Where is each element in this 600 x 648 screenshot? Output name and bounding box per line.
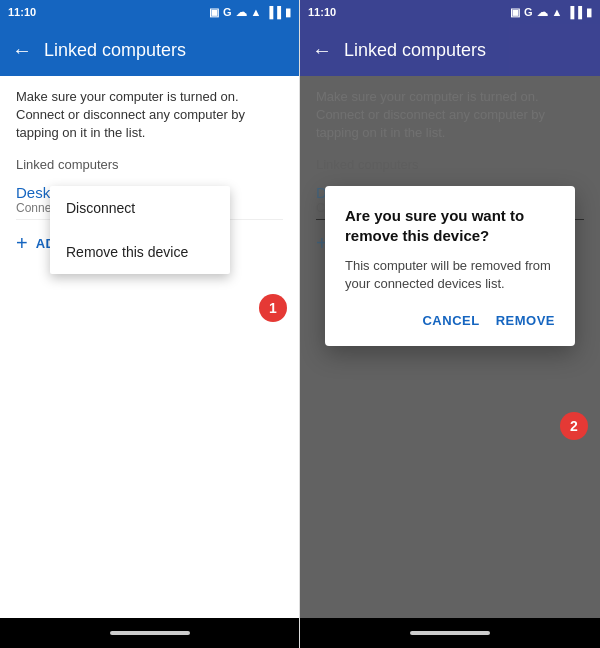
left-nav-bar — [0, 618, 299, 648]
left-app-bar: ← Linked computers — [0, 24, 299, 76]
g-icon: G — [223, 6, 232, 18]
right-cloud-icon: ☁ — [537, 6, 548, 19]
dialog-title: Are you sure you want to remove this dev… — [345, 206, 555, 247]
right-tablet-icon: ▣ — [510, 6, 520, 19]
left-content: Make sure your computer is turned on. Co… — [0, 76, 299, 618]
right-battery-icon: ▮ — [586, 6, 592, 19]
right-status-bar: 11:10 ▣ G ☁ ▲ ▐▐ ▮ — [300, 0, 600, 24]
step-badge-1: 1 — [259, 294, 287, 322]
right-screen: 11:10 ▣ G ☁ ▲ ▐▐ ▮ ← Linked computers Ma… — [300, 0, 600, 648]
cancel-button[interactable]: CANCEL — [422, 309, 479, 332]
right-time: 11:10 — [308, 6, 336, 18]
left-nav-pill — [110, 631, 190, 635]
right-back-button[interactable]: ← — [312, 39, 332, 62]
signal-icon: ▐▐ — [265, 6, 281, 18]
remove-button[interactable]: REMOVE — [496, 309, 555, 332]
left-status-icons: ▣ G ☁ ▲ ▐▐ ▮ — [209, 6, 291, 19]
right-nav-bar — [300, 618, 600, 648]
right-content: Make sure your computer is turned on. Co… — [300, 76, 600, 618]
wifi-icon: ▲ — [251, 6, 262, 18]
right-signal-icon: ▐▐ — [566, 6, 582, 18]
step-badge-2: 2 — [560, 412, 588, 440]
disconnect-option[interactable]: Disconnect — [50, 186, 230, 230]
remove-device-option[interactable]: Remove this device — [50, 230, 230, 274]
right-status-icons: ▣ G ☁ ▲ ▐▐ ▮ — [510, 6, 592, 19]
dialog-overlay: Are you sure you want to remove this dev… — [300, 76, 600, 618]
dialog-body: This computer will be removed from your … — [345, 257, 555, 293]
left-screen: 11:10 ▣ G ☁ ▲ ▐▐ ▮ ← Linked computers Ma… — [0, 0, 300, 648]
right-nav-pill — [410, 631, 490, 635]
right-wifi-icon: ▲ — [552, 6, 563, 18]
remove-dialog: Are you sure you want to remove this dev… — [325, 186, 575, 346]
right-app-bar: ← Linked computers — [300, 24, 600, 76]
left-section-label: Linked computers — [16, 157, 283, 172]
dialog-actions: CANCEL REMOVE — [345, 309, 555, 332]
battery-icon: ▮ — [285, 6, 291, 19]
left-status-bar: 11:10 ▣ G ☁ ▲ ▐▐ ▮ — [0, 0, 299, 24]
right-app-title: Linked computers — [344, 40, 588, 61]
cloud-icon: ☁ — [236, 6, 247, 19]
left-description: Make sure your computer is turned on. Co… — [16, 88, 283, 143]
left-back-button[interactable]: ← — [12, 39, 32, 62]
right-g-icon: G — [524, 6, 533, 18]
add-plus-icon: + — [16, 232, 28, 255]
context-menu: Disconnect Remove this device — [50, 186, 230, 274]
tablet-icon: ▣ — [209, 6, 219, 19]
left-app-title: Linked computers — [44, 40, 287, 61]
left-time: 11:10 — [8, 6, 36, 18]
